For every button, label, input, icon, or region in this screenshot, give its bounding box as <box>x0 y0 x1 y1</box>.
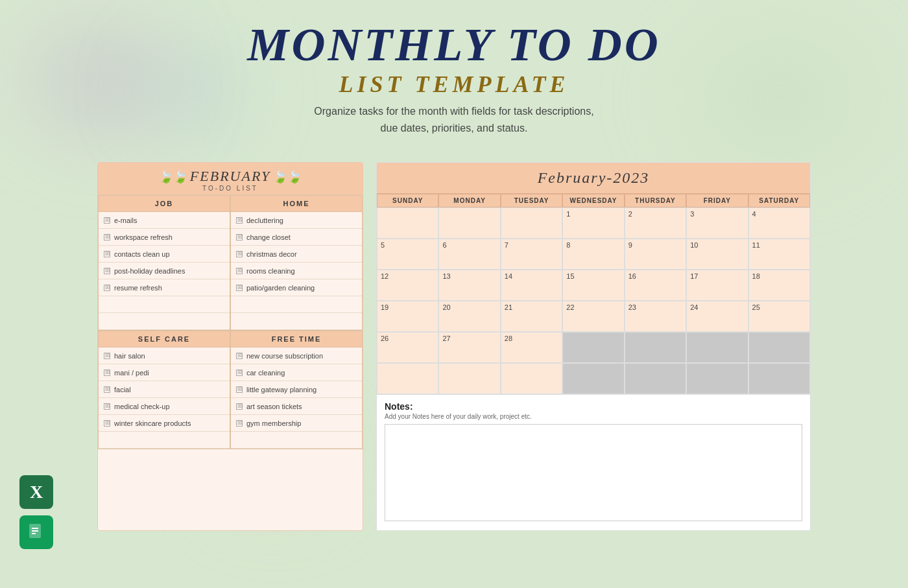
desc-line1: Organize tasks for the month with fields… <box>314 106 593 117</box>
checkbox-sc4[interactable]: ☒ <box>104 403 110 410</box>
day-friday: FRIDAY <box>686 194 748 207</box>
notes-textarea[interactable] <box>385 424 802 521</box>
calendar-header: February-2023 <box>377 163 810 194</box>
home-item-3: ☒ christmas decor <box>231 246 362 263</box>
cal-cell-5-3 <box>562 363 624 394</box>
cal-cell-1-3: 8 <box>562 239 624 270</box>
svg-rect-3 <box>32 533 36 534</box>
cal-cell-2-4: 16 <box>625 270 686 301</box>
freetime-section: FREE TIME ☒ new course subscription ☒ ca… <box>230 331 363 449</box>
cal-cell-5-5 <box>686 363 748 394</box>
feather-right-icon: 🍃🍃 <box>273 170 302 184</box>
sc-item-empty <box>99 432 230 449</box>
cal-cell-2-5: 17 <box>686 270 748 301</box>
cal-cell-0-1 <box>438 207 500 239</box>
checkbox-5[interactable]: ☒ <box>104 285 110 291</box>
cal-cell-1-2: 7 <box>501 239 562 270</box>
calendar-panel: February-2023 SUNDAY MONDAY TUESDAY WEDN… <box>376 162 811 531</box>
calendar-days-header: SUNDAY MONDAY TUESDAY WEDNESDAY THURSDAY… <box>377 194 810 207</box>
checkbox-ft2[interactable]: ☒ <box>236 370 243 376</box>
todo-panel: 🍃🍃 FEBRUARY 🍃🍃 TO-DO LIST JOB ☒ e-mails … <box>97 162 363 531</box>
checkbox-h4[interactable]: ☒ <box>236 268 243 274</box>
excel-icon[interactable]: X <box>19 475 53 509</box>
cal-cell-2-3: 15 <box>562 270 624 301</box>
job-item-1: ☒ e-mails <box>99 212 230 229</box>
cal-cell-1-6: 11 <box>748 239 810 270</box>
checkbox-3[interactable]: ☒ <box>104 251 110 257</box>
freetime-header: FREE TIME <box>231 331 362 347</box>
checkbox-ft5[interactable]: ☒ <box>236 420 243 427</box>
home-item-5: ☒ patio/garden cleaning <box>231 279 362 296</box>
cal-cell-4-5 <box>686 332 748 363</box>
checkbox-sc3[interactable]: ☒ <box>104 386 110 393</box>
cal-cell-3-5: 24 <box>686 301 748 332</box>
day-saturday: SATURDAY <box>748 194 810 207</box>
cal-cell-1-1: 6 <box>438 239 500 270</box>
cal-cell-0-6: 4 <box>748 207 810 239</box>
calendar-grid: 1234567891011121314151617181920212223242… <box>377 207 810 394</box>
home-item-1: ☒ decluttering <box>231 212 362 229</box>
cal-cell-4-1: 27 <box>438 332 500 363</box>
notes-subtitle: Add your Notes here of your daily work, … <box>385 413 802 420</box>
cal-cell-2-6: 18 <box>748 270 810 301</box>
job-item-5: ☒ resume refresh <box>99 279 230 296</box>
home-header: HOME <box>231 196 362 212</box>
cal-cell-0-2 <box>501 207 562 239</box>
notes-title: Notes: <box>385 401 802 412</box>
svg-rect-2 <box>32 530 38 532</box>
cal-cell-1-5: 10 <box>686 239 748 270</box>
svg-rect-1 <box>32 528 38 529</box>
cal-cell-4-0: 26 <box>377 332 438 363</box>
checkbox-h3[interactable]: ☒ <box>236 251 243 257</box>
description: Organize tasks for the month with fields… <box>247 103 660 136</box>
checkbox-sc1[interactable]: ☒ <box>104 353 110 359</box>
cal-cell-0-5: 3 <box>686 207 748 239</box>
cal-cell-1-0: 5 <box>377 239 438 270</box>
ft-item-4: ☒ art season tickets <box>231 398 362 415</box>
header-section: MONTHLY TO DO LIST TEMPLATE Organize tas… <box>247 19 660 136</box>
home-item-empty1 <box>231 296 362 313</box>
cal-cell-4-3 <box>562 332 624 363</box>
sc-item-2: ☒ mani / pedi <box>99 364 230 381</box>
cal-cell-5-0 <box>377 363 438 394</box>
job-item-2: ☒ workspace refresh <box>99 229 230 246</box>
main-title: MONTHLY TO DO <box>247 19 660 71</box>
todo-upper-grid: JOB ☒ e-mails ☒ workspace refresh ☒ cont… <box>98 195 363 331</box>
job-item-4: ☒ post-holiday deadlines <box>99 263 230 279</box>
cal-cell-0-4: 2 <box>625 207 686 239</box>
cal-cell-2-1: 13 <box>438 270 500 301</box>
cal-cell-0-3: 1 <box>562 207 624 239</box>
todo-lower-grid: SELF CARE ☒ hair salon ☒ mani / pedi ☒ f… <box>98 331 363 449</box>
checkbox-ft4[interactable]: ☒ <box>236 403 243 410</box>
content-row: 🍃🍃 FEBRUARY 🍃🍃 TO-DO LIST JOB ☒ e-mails … <box>97 162 811 531</box>
cal-cell-2-0: 12 <box>377 270 438 301</box>
cal-cell-0-0 <box>377 207 438 239</box>
checkbox-sc5[interactable]: ☒ <box>104 420 110 427</box>
cal-cell-4-2: 28 <box>501 332 562 363</box>
checkbox-ft3[interactable]: ☒ <box>236 386 243 393</box>
checkbox-h1[interactable]: ☒ <box>236 217 243 224</box>
day-monday: MONDAY <box>438 194 500 207</box>
ft-item-2: ☒ car cleaning <box>231 364 362 381</box>
feather-left-icon: 🍃🍃 <box>159 170 187 184</box>
checkbox-1[interactable]: ☒ <box>104 217 110 224</box>
ft-item-3: ☒ little gateway planning <box>231 381 362 398</box>
checkbox-2[interactable]: ☒ <box>104 234 110 241</box>
selfcare-section: SELF CARE ☒ hair salon ☒ mani / pedi ☒ f… <box>98 331 230 449</box>
job-header: JOB <box>99 196 230 212</box>
sc-item-5: ☒ winter skincare products <box>99 415 230 432</box>
cal-cell-3-4: 23 <box>625 301 686 332</box>
cal-cell-1-4: 9 <box>625 239 686 270</box>
checkbox-h5[interactable]: ☒ <box>236 285 243 291</box>
sheets-icon[interactable] <box>19 515 53 549</box>
checkbox-ft1[interactable]: ☒ <box>236 353 243 359</box>
cal-cell-3-0: 19 <box>377 301 438 332</box>
home-item-empty2 <box>231 313 362 330</box>
home-item-2: ☒ change closet <box>231 229 362 246</box>
checkbox-h2[interactable]: ☒ <box>236 234 243 241</box>
checkbox-sc2[interactable]: ☒ <box>104 370 110 376</box>
cal-cell-4-6 <box>748 332 810 363</box>
desc-line2: due dates, priorities, and status. <box>381 123 528 134</box>
cal-cell-3-1: 20 <box>438 301 500 332</box>
checkbox-4[interactable]: ☒ <box>104 268 110 274</box>
